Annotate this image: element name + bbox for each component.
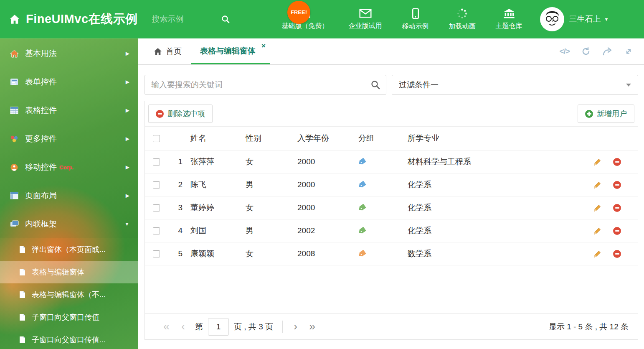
sidebar-subitem-label: 子窗口向父窗口传值... xyxy=(32,335,106,345)
user-menu[interactable]: 三生石上 ▼ xyxy=(569,14,609,25)
sidebar-subitem-label: 子窗口向父窗口传值 xyxy=(32,312,99,322)
major-link[interactable]: 化学系 xyxy=(408,203,431,212)
edit-pencil-icon[interactable] xyxy=(593,227,602,235)
row-checkbox[interactable] xyxy=(153,181,160,189)
expand-icon[interactable] xyxy=(624,47,633,56)
nav-item-label: 企业版试用 xyxy=(349,22,382,31)
plus-circle-icon xyxy=(585,110,593,118)
nav-item-label: 移动示例 xyxy=(402,22,429,31)
sidebar-subitem-label: 弹出窗体（本页面或... xyxy=(32,245,106,255)
page-number-group: 第 页 , 共 3 页 xyxy=(195,318,273,336)
first-page-icon[interactable]: « xyxy=(157,321,175,332)
sidebar-item-grid-controls[interactable]: 表格控件 ▶ xyxy=(0,96,138,125)
app-header: FineUIMvc在线示例 FREE! 基础版（免费） 企业版试用 xyxy=(0,0,644,38)
cell-gender: 男 xyxy=(240,225,292,236)
sidebar-item-form-controls[interactable]: 表单控件 ▶ xyxy=(0,68,138,96)
delete-selected-button[interactable]: 删除选中项 xyxy=(148,104,213,123)
column-header-gender[interactable]: 性别 xyxy=(240,133,292,144)
nav-item-enterprise-trial[interactable]: 企业版试用 xyxy=(349,8,382,31)
nav-item-label: 基础版（免费） xyxy=(282,22,329,31)
tab-label: 首页 xyxy=(166,46,182,57)
sidebar-subitem-grid-edit-window-2[interactable]: 表格与编辑窗体（不... xyxy=(0,283,138,306)
sidebar-subitem-popup-window[interactable]: 弹出窗体（本页面或... xyxy=(0,238,138,261)
row-number: 4 xyxy=(167,226,185,235)
spinner-icon xyxy=(456,8,468,19)
nav-item-mobile-demo[interactable]: 移动示例 xyxy=(402,8,429,31)
cell-gender: 男 xyxy=(240,179,292,190)
major-link[interactable]: 化学系 xyxy=(408,180,431,189)
tab-label: 表格与编辑窗体 xyxy=(200,46,256,56)
grid-panel: 删除选中项 新增用户 姓名 性别 入学年份 分组 所学专业 xyxy=(145,101,638,340)
delete-row-icon[interactable] xyxy=(613,250,621,258)
column-header-year[interactable]: 入学年份 xyxy=(292,133,353,144)
cell-gender: 女 xyxy=(240,156,292,167)
major-link[interactable]: 化学系 xyxy=(408,226,431,235)
edit-pencil-icon[interactable] xyxy=(593,250,602,258)
filter-row: 过滤条件一 xyxy=(138,65,644,95)
sidebar-item-more-controls[interactable]: 更多控件 ▶ xyxy=(0,125,138,153)
brand-home-icon[interactable] xyxy=(9,14,20,24)
row-number: 2 xyxy=(167,180,185,189)
nav-item-loading-animations[interactable]: 加载动画 xyxy=(449,8,476,31)
column-header-group[interactable]: 分组 xyxy=(353,133,402,144)
file-icon xyxy=(19,313,27,321)
prev-page-icon[interactable]: ‹ xyxy=(175,321,191,332)
user-name: 三生石上 xyxy=(569,14,601,25)
sidebar-subitem-child-to-parent-2[interactable]: 子窗口向父窗口传值... xyxy=(0,329,138,349)
delete-row-icon[interactable] xyxy=(613,204,621,212)
last-page-icon[interactable]: » xyxy=(303,321,321,332)
sidebar-item-page-layout[interactable]: 页面布局 ▶ xyxy=(0,181,138,210)
filter-dropdown[interactable]: 过滤条件一 xyxy=(392,75,638,95)
free-badge: FREE! xyxy=(287,1,310,24)
pager-divider xyxy=(282,321,283,333)
sidebar-item-label: 移动控件 xyxy=(25,162,57,173)
envelope-icon xyxy=(359,8,372,19)
row-checkbox[interactable] xyxy=(153,204,160,211)
select-all-checkbox[interactable] xyxy=(153,135,160,142)
edit-pencil-icon[interactable] xyxy=(593,181,602,189)
row-number: 5 xyxy=(167,249,185,258)
keyword-search-input[interactable] xyxy=(145,75,386,95)
delete-row-icon[interactable] xyxy=(613,181,621,189)
refresh-icon[interactable] xyxy=(581,47,591,56)
row-checkbox[interactable] xyxy=(153,227,160,234)
next-page-icon[interactable]: › xyxy=(288,321,303,332)
major-link[interactable]: 材料科学与工程系 xyxy=(408,157,471,166)
delete-row-icon[interactable] xyxy=(613,227,621,235)
add-user-button[interactable]: 新增用户 xyxy=(578,104,634,123)
row-checkbox[interactable] xyxy=(153,250,160,257)
page-prefix-label: 第 xyxy=(195,321,203,332)
share-icon[interactable] xyxy=(602,47,612,56)
column-header-major[interactable]: 所学专业 xyxy=(402,133,592,144)
edit-pencil-icon[interactable] xyxy=(593,204,602,212)
page-number-input[interactable] xyxy=(208,318,229,336)
major-link[interactable]: 数学系 xyxy=(408,249,431,258)
sidebar-subitem-grid-edit-window[interactable]: 表格与编辑窗体 xyxy=(0,261,138,283)
user-avatar[interactable] xyxy=(540,7,564,31)
sidebar-item-basic-usage[interactable]: 基本用法 ▶ xyxy=(0,39,138,68)
search-icon[interactable] xyxy=(370,80,380,90)
nav-item-theme-store[interactable]: 主题仓库 xyxy=(496,8,522,31)
source-code-icon[interactable]: </> xyxy=(560,47,570,56)
header-search-input[interactable] xyxy=(152,15,221,24)
edit-pencil-icon[interactable] xyxy=(593,158,602,166)
sidebar-item-mobile-controls[interactable]: 移动控件 Corp. ▶ xyxy=(0,153,138,181)
tab-grid-edit-window[interactable]: 表格与编辑窗体 × xyxy=(191,38,270,64)
cell-year: 2000 xyxy=(292,180,353,189)
row-checkbox[interactable] xyxy=(153,158,160,166)
nav-item-label: 主题仓库 xyxy=(496,22,522,31)
main-content: 首页 表格与编辑窗体 × </> xyxy=(138,38,644,349)
sidebar-subitem-child-to-parent[interactable]: 子窗口向父窗口传值 xyxy=(0,306,138,329)
close-icon[interactable]: × xyxy=(261,42,266,49)
search-icon[interactable] xyxy=(221,15,230,24)
sidebar-item-iframe[interactable]: 内联框架 ▼ xyxy=(0,210,138,238)
bank-icon xyxy=(503,8,515,19)
row-number: 1 xyxy=(167,157,185,166)
tab-home[interactable]: 首页 xyxy=(145,38,191,64)
chevron-right-icon: ▶ xyxy=(126,79,129,85)
delete-row-icon[interactable] xyxy=(613,158,621,166)
cell-year: 2000 xyxy=(292,203,353,212)
column-header-name[interactable]: 姓名 xyxy=(185,133,240,144)
table-header-row: 姓名 性别 入学年份 分组 所学专业 xyxy=(145,126,638,150)
tag-icon xyxy=(357,181,366,189)
